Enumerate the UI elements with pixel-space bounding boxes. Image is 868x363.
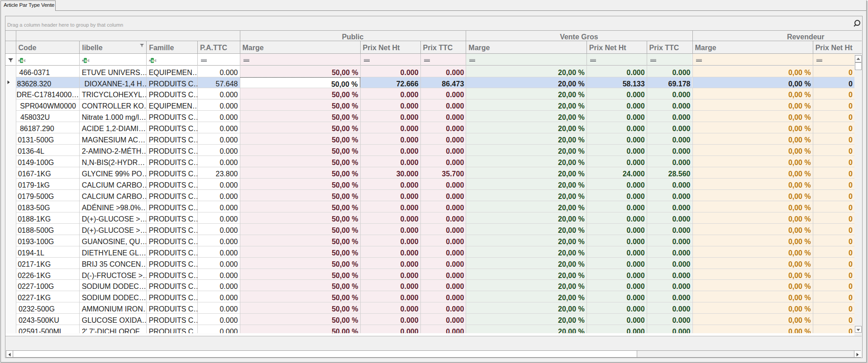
svg-text:C: C xyxy=(88,59,90,61)
svg-text:B: B xyxy=(85,59,87,62)
svg-text:C: C xyxy=(24,59,26,61)
svg-text:C: C xyxy=(155,59,157,61)
svg-text:B: B xyxy=(152,59,154,62)
svg-text:B: B xyxy=(21,59,23,62)
